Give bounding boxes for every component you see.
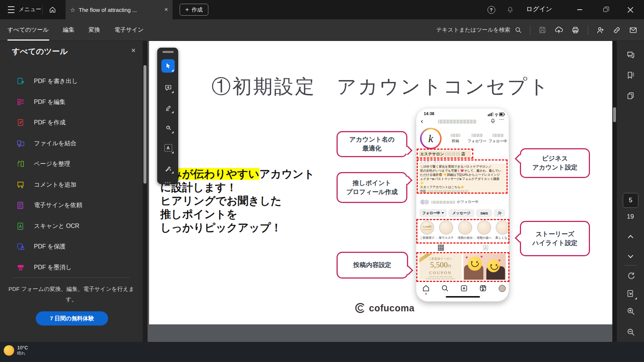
tool-redact-pdf[interactable]: PDF を墨消し <box>6 259 133 276</box>
page-thumbnails-icon[interactable] <box>626 91 635 101</box>
organize-pages-icon <box>16 160 25 168</box>
chevron-down-icon <box>442 212 444 214</box>
weather-widget[interactable]: 10°C 晴れ <box>4 345 28 356</box>
toolbar-drag-handle[interactable] <box>162 51 174 53</box>
slide-body-text: 強みが伝わりやすいアカウント に設計します！ ヒアリングでお聞きした 推しポイン… <box>160 167 315 234</box>
tool-label: PDF を編集 <box>34 98 66 106</box>
help-icon[interactable]: ? <box>486 5 496 15</box>
spiral-c-icon <box>354 302 366 314</box>
tab-edit[interactable]: 編集 <box>63 26 75 34</box>
tab-convert[interactable]: 変換 <box>89 26 100 34</box>
panel-title: すべてのツール <box>12 46 68 57</box>
tool-combine-files[interactable]: ファイルを結合 <box>6 135 133 152</box>
email-icon[interactable] <box>629 26 637 34</box>
fit-page-icon[interactable] <box>626 289 635 298</box>
tool-export-pdf[interactable]: PDF を書き出し <box>6 73 133 89</box>
tool-organize-pages[interactable]: ページを整理 <box>6 156 133 172</box>
stat-posts: 投稿 <box>445 134 465 144</box>
tool-label: PDF を保護 <box>34 243 66 251</box>
slide-title: ①初期設定 アカウントコンセプト <box>149 74 612 100</box>
annotation-box-highlights <box>416 219 509 244</box>
tool-label: ファイルを結合 <box>34 140 76 147</box>
menubar-divider-2 <box>588 25 588 35</box>
restore-window-icon[interactable] <box>597 0 614 19</box>
link-icon[interactable] <box>613 26 621 34</box>
tool-protect-pdf[interactable]: PDF を保護 <box>6 238 133 255</box>
edit-pdf-icon <box>16 98 25 107</box>
body-line5: しっかりピックアップ！ <box>160 221 315 234</box>
refresh-icon[interactable] <box>626 271 635 281</box>
login-button[interactable]: ログイン <box>526 5 552 13</box>
weather-sun-icon <box>4 345 14 356</box>
home-indicator <box>446 296 480 298</box>
more-tools-icon[interactable]: … <box>161 174 175 187</box>
create-button[interactable]: + 作成 <box>180 4 208 16</box>
home-icon[interactable] <box>47 4 58 15</box>
callout-business-account: ビジネス アカウント設定 <box>520 148 590 178</box>
tool-add-comment[interactable]: コメントを追加 <box>6 177 133 193</box>
tool-label: コメントを追加 <box>34 181 76 189</box>
callout-post-content: 投稿内容設定 <box>337 252 408 279</box>
tool-label: 電子サインを依頼 <box>34 201 82 209</box>
right-rail: 5 19 <box>617 41 644 342</box>
next-page-icon[interactable] <box>626 251 635 260</box>
zoom-out-icon[interactable] <box>626 327 635 337</box>
star-icon[interactable]: ☆ <box>70 6 75 13</box>
stat-followers: フォロワー <box>467 134 487 144</box>
bell-icon <box>490 118 496 124</box>
phone-status-time: 14:38 <box>424 111 434 116</box>
zoom-in-icon[interactable] <box>626 306 635 316</box>
brand-name: cofucoma <box>369 303 414 314</box>
notifications-bell-icon[interactable] <box>505 5 515 15</box>
tool-label: ページを整理 <box>34 160 70 168</box>
back-icon: ‹ <box>421 118 423 124</box>
search-label: テキストまたはツールを検索 <box>436 26 510 34</box>
upload-cloud-icon[interactable] <box>555 26 563 34</box>
tab-all-tools[interactable]: すべてのツール <box>7 26 49 34</box>
body-line2: に設計します！ <box>160 181 315 194</box>
add-person-button <box>494 209 505 217</box>
panel-footer-line2: す。 <box>0 294 143 305</box>
add-text-box-tool-icon[interactable]: A <box>161 141 175 155</box>
tool-edit-pdf[interactable]: PDF を編集 <box>6 94 133 110</box>
panel-scrollbar[interactable] <box>143 41 148 342</box>
bookmarks-icon[interactable] <box>626 70 635 80</box>
document-scrollbar-thumb[interactable] <box>613 107 616 122</box>
document-tab[interactable]: ☆ The flow of attracting ... × <box>66 0 173 19</box>
tool-request-esign[interactable]: 電子サインを依頼 <box>6 197 133 213</box>
redact-pdf-icon <box>16 263 25 272</box>
fill-sign-tool-icon[interactable] <box>161 161 175 175</box>
panel-close-icon[interactable]: × <box>131 46 136 55</box>
tab-esign[interactable]: 電子サイン <box>114 26 144 34</box>
highlight-tool-icon[interactable] <box>161 101 175 114</box>
document-scrollbar[interactable] <box>612 41 617 342</box>
print-icon[interactable] <box>571 26 580 34</box>
menu-label[interactable]: メニュー <box>19 6 41 13</box>
add-comment-tool-icon[interactable] <box>161 81 175 94</box>
menubar-divider-1 <box>530 25 530 35</box>
export-pdf-icon <box>16 77 25 86</box>
draw-free-tool-icon[interactable] <box>161 121 175 134</box>
menu-icon[interactable] <box>6 4 16 15</box>
phone-status-icons <box>488 112 505 117</box>
current-page-input[interactable]: 5 <box>623 193 638 208</box>
tool-label: PDF を墨消し <box>34 264 72 272</box>
plus-icon: + <box>185 6 189 13</box>
tab-close-icon[interactable]: × <box>164 6 168 13</box>
free-trial-button[interactable]: 7 日間の無料体験 <box>36 311 108 326</box>
save-icon <box>539 26 546 34</box>
protect-pdf-icon <box>16 242 25 251</box>
body-line3: ヒアリングでお聞きした <box>160 194 315 207</box>
panel-scrollbar-thumb[interactable] <box>143 65 146 184</box>
search-icon <box>441 284 449 292</box>
close-window-icon[interactable] <box>622 0 639 19</box>
search-tools[interactable]: テキストまたはツールを検索 <box>436 26 522 34</box>
add-user-icon[interactable] <box>596 26 604 34</box>
comments-icon[interactable] <box>626 50 635 60</box>
tool-scan-ocr[interactable]: スキャンと OCR <box>6 218 133 234</box>
tool-create-pdf[interactable]: PDF を作成 <box>6 114 133 131</box>
previous-page-icon[interactable] <box>626 233 635 242</box>
select-tool-icon[interactable] <box>161 59 175 73</box>
minimize-icon[interactable] <box>571 0 588 19</box>
titlebar-divider <box>42 5 42 15</box>
